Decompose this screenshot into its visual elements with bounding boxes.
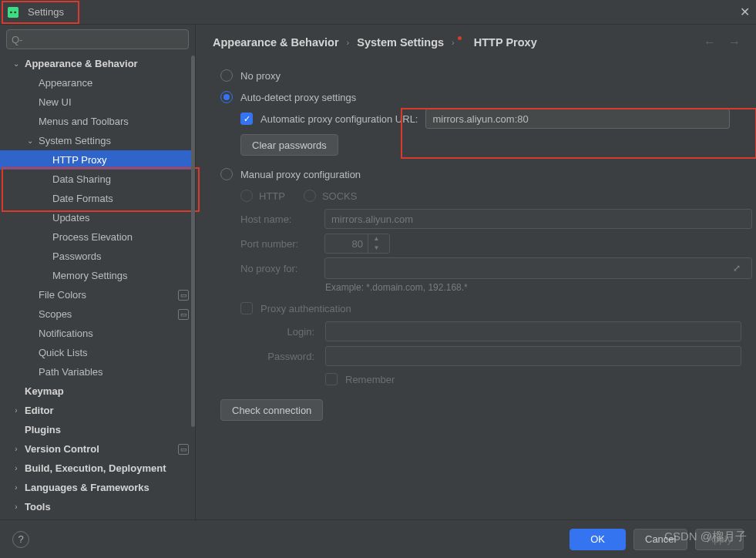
svg-point-2 bbox=[14, 11, 16, 13]
sidebar-item-quick-lists[interactable]: Quick Lists bbox=[0, 343, 195, 362]
svg-rect-0 bbox=[8, 7, 18, 18]
content-pane: Appearance & Behavior › System Settings … bbox=[196, 25, 756, 519]
auto-url-label: Automatic proxy configuration URL: bbox=[260, 113, 418, 125]
sidebar-item-label: Version Control bbox=[25, 443, 178, 455]
sidebar-item-label: Languages & Frameworks bbox=[25, 482, 189, 493]
sidebar-item-label: Appearance & Behavior bbox=[25, 58, 189, 69]
stepper-down-icon: ▼ bbox=[368, 244, 385, 253]
sidebar-item-languages-frameworks[interactable]: ›Languages & Frameworks bbox=[0, 478, 195, 497]
sidebar-item-passwords[interactable]: Passwords bbox=[0, 247, 195, 266]
sidebar-item-label: Notifications bbox=[39, 328, 189, 339]
close-icon[interactable]: ✕ bbox=[740, 5, 750, 19]
chevron-icon[interactable]: › bbox=[11, 503, 22, 511]
noproxy-input: ⤢ bbox=[324, 257, 752, 279]
sidebar-item-path-variables[interactable]: Path Variables bbox=[0, 362, 195, 382]
manual-proxy-label: Manual proxy configuration bbox=[240, 169, 361, 180]
sidebar-item-label: Plugins bbox=[25, 424, 189, 435]
chevron-right-icon: › bbox=[452, 38, 455, 47]
titlebar: Settings ✕ bbox=[0, 0, 756, 25]
sidebar-item-label: Quick Lists bbox=[39, 347, 189, 358]
chevron-icon[interactable]: ⌄ bbox=[25, 136, 35, 145]
sidebar-item-version-control[interactable]: ›Version Control▭ bbox=[0, 439, 195, 459]
sidebar-item-label: Build, Execution, Deployment bbox=[25, 462, 189, 474]
host-label: Host name: bbox=[240, 213, 314, 225]
title-highlight: Settings bbox=[2, 1, 79, 24]
settings-tree: ⌄Appearance & BehaviorAppearanceNew UIMe… bbox=[0, 54, 195, 519]
sidebar-item-appearance[interactable]: Appearance bbox=[0, 73, 195, 92]
password-label: Password: bbox=[260, 351, 314, 362]
back-icon[interactable]: ← bbox=[704, 35, 716, 49]
sidebar-item-keymap[interactable]: Keymap bbox=[0, 382, 195, 401]
sidebar-item-file-colors[interactable]: File Colors▭ bbox=[0, 285, 195, 304]
expand-icon: ⤢ bbox=[733, 263, 741, 274]
breadcrumb: Appearance & Behavior › System Settings … bbox=[213, 35, 756, 49]
noproxy-label: No proxy for: bbox=[240, 263, 314, 274]
auto-detect-radio[interactable] bbox=[220, 91, 233, 103]
host-input bbox=[324, 209, 752, 229]
check-connection-button[interactable]: Check connection bbox=[220, 399, 323, 421]
sidebar-item-label: Tools bbox=[25, 501, 189, 513]
svg-point-1 bbox=[10, 11, 12, 13]
sidebar-item-date-formats[interactable]: Date Formats bbox=[0, 189, 195, 208]
sidebar-item-label: Date Formats bbox=[52, 193, 189, 204]
no-proxy-radio[interactable] bbox=[220, 69, 233, 82]
sidebar-item-label: Data Sharing bbox=[52, 173, 189, 185]
crumb-2[interactable]: System Settings bbox=[357, 36, 444, 49]
window-title: Settings bbox=[28, 6, 64, 18]
dialog-footer: ? OK Cancel Apply bbox=[0, 519, 756, 558]
sidebar-item-label: System Settings bbox=[39, 135, 189, 146]
sidebar-item-http-proxy[interactable]: HTTP Proxy bbox=[0, 150, 195, 170]
clear-passwords-button[interactable]: Clear passwords bbox=[240, 134, 338, 156]
sidebar: ⌄Appearance & BehaviorAppearanceNew UIMe… bbox=[0, 25, 196, 519]
app-icon bbox=[8, 7, 18, 18]
sidebar-item-process-elevation[interactable]: Process Elevation bbox=[0, 227, 195, 247]
scrollbar[interactable] bbox=[191, 55, 195, 427]
login-input bbox=[325, 321, 741, 341]
sidebar-item-memory-settings[interactable]: Memory Settings bbox=[0, 266, 195, 285]
sidebar-item-scopes[interactable]: Scopes▭ bbox=[0, 304, 195, 324]
chevron-icon[interactable]: ⌄ bbox=[11, 59, 22, 68]
help-icon[interactable]: ? bbox=[12, 531, 29, 548]
sidebar-item-label: HTTP Proxy bbox=[52, 154, 189, 166]
password-input bbox=[325, 346, 741, 366]
port-stepper: ▲▼ bbox=[324, 234, 390, 254]
auto-detect-label: Auto-detect proxy settings bbox=[240, 92, 356, 103]
sidebar-item-label: Editor bbox=[25, 405, 189, 416]
sidebar-item-new-ui[interactable]: New UI bbox=[0, 92, 195, 112]
ok-button[interactable]: OK bbox=[570, 529, 626, 550]
search-input[interactable] bbox=[6, 29, 189, 49]
chevron-icon[interactable]: › bbox=[11, 406, 22, 415]
chevron-icon[interactable]: › bbox=[11, 464, 22, 472]
sidebar-item-plugins[interactable]: Plugins bbox=[0, 420, 195, 439]
sidebar-item-appearance-behavior[interactable]: ⌄Appearance & Behavior bbox=[0, 54, 195, 73]
socks-label: SOCKS bbox=[322, 190, 358, 202]
auto-url-checkbox[interactable] bbox=[240, 113, 253, 125]
chevron-right-icon: › bbox=[347, 38, 350, 47]
crumb-1[interactable]: Appearance & Behavior bbox=[213, 36, 339, 49]
sidebar-item-notifications[interactable]: Notifications bbox=[0, 324, 195, 343]
sidebar-item-updates[interactable]: Updates bbox=[0, 208, 195, 227]
port-input bbox=[325, 234, 368, 253]
auto-url-input[interactable] bbox=[425, 109, 730, 129]
cancel-button[interactable]: Cancel bbox=[633, 529, 687, 550]
apply-button[interactable]: Apply bbox=[695, 529, 744, 550]
sidebar-item-system-settings[interactable]: ⌄System Settings bbox=[0, 131, 195, 150]
forward-icon[interactable]: → bbox=[728, 35, 741, 49]
crumb-3: HTTP Proxy bbox=[474, 36, 537, 49]
chevron-icon[interactable]: › bbox=[11, 445, 22, 453]
sidebar-item-label: Updates bbox=[52, 212, 189, 224]
no-proxy-label: No proxy bbox=[240, 70, 281, 82]
project-badge-icon: ▭ bbox=[178, 290, 189, 301]
remember-checkbox bbox=[325, 373, 338, 385]
sidebar-item-editor[interactable]: ›Editor bbox=[0, 401, 195, 420]
sidebar-item-menus-and-toolbars[interactable]: Menus and Toolbars bbox=[0, 112, 195, 131]
port-label: Port number: bbox=[240, 238, 314, 250]
sidebar-item-build-execution-deployment[interactable]: ›Build, Execution, Deployment bbox=[0, 459, 195, 478]
sidebar-item-label: Passwords bbox=[52, 250, 189, 262]
modified-dot-icon bbox=[458, 36, 462, 40]
manual-proxy-radio[interactable] bbox=[220, 168, 233, 180]
login-label: Login: bbox=[260, 326, 314, 338]
sidebar-item-tools[interactable]: ›Tools bbox=[0, 497, 195, 516]
chevron-icon[interactable]: › bbox=[11, 483, 22, 492]
sidebar-item-data-sharing[interactable]: Data Sharing bbox=[0, 170, 195, 189]
